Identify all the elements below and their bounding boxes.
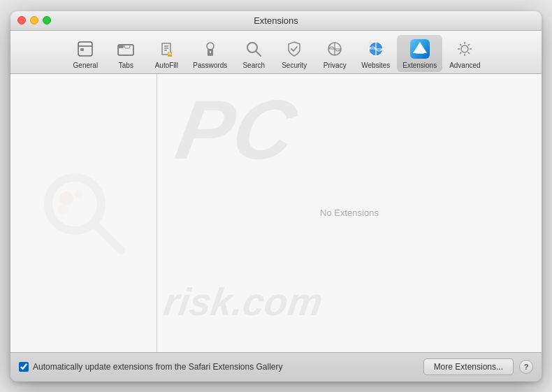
- toolbar-item-passwords[interactable]: Passwords: [187, 35, 233, 72]
- no-extensions-label: No Extensions: [320, 208, 379, 218]
- svg-rect-2: [80, 48, 84, 51]
- auto-update-checkbox[interactable]: [19, 362, 29, 372]
- svg-line-29: [460, 44, 461, 45]
- svg-point-35: [59, 191, 73, 205]
- svg-point-9: [207, 43, 214, 50]
- traffic-lights: [17, 16, 51, 24]
- toolbar-item-advanced[interactable]: Advanced: [444, 35, 486, 72]
- toolbar-item-security[interactable]: Security: [275, 35, 314, 72]
- svg-line-30: [468, 52, 470, 53]
- minimize-button[interactable]: [30, 16, 38, 24]
- svg-point-24: [461, 45, 468, 52]
- passwords-icon: [199, 38, 221, 60]
- toolbar-item-privacy[interactable]: Privacy: [315, 35, 354, 72]
- passwords-label: Passwords: [193, 61, 227, 69]
- toolbar-item-general[interactable]: General: [66, 35, 105, 72]
- extensions-icon: [409, 38, 431, 60]
- toolbar-item-autofill[interactable]: AutoFill: [147, 35, 186, 72]
- privacy-icon: [324, 38, 346, 60]
- toolbar-item-extensions[interactable]: Extensions: [397, 35, 442, 72]
- search-icon: [242, 38, 265, 60]
- extensions-label: Extensions: [402, 61, 437, 69]
- svg-line-13: [256, 51, 261, 56]
- bottom-bar: Automatically update extensions from the…: [10, 352, 542, 382]
- left-panel: [10, 74, 157, 352]
- auto-update-label[interactable]: Automatically update extensions from the…: [19, 362, 418, 372]
- websites-label: Websites: [361, 61, 390, 69]
- svg-rect-23: [416, 52, 424, 54]
- security-label: Security: [282, 61, 307, 69]
- svg-point-37: [58, 205, 68, 215]
- autofill-icon: [155, 38, 177, 60]
- titlebar: Extensions: [10, 11, 542, 31]
- watermark-risk: risk.com: [161, 280, 326, 324]
- svg-rect-4: [118, 45, 124, 48]
- privacy-label: Privacy: [324, 61, 347, 69]
- tabs-label: Tabs: [119, 61, 133, 69]
- auto-update-text: Automatically update extensions from the…: [33, 362, 283, 372]
- toolbar-item-websites[interactable]: Websites: [356, 35, 395, 72]
- toolbar-item-tabs[interactable]: Tabs: [106, 35, 145, 72]
- search-label: Search: [242, 61, 265, 69]
- window: Extensions General Ta: [10, 11, 542, 382]
- svg-line-31: [468, 44, 470, 45]
- autofill-label: AutoFill: [155, 61, 178, 69]
- maximize-button[interactable]: [43, 16, 51, 24]
- advanced-label: Advanced: [449, 61, 480, 69]
- websites-icon: [365, 38, 387, 60]
- watermark-pc: PC: [170, 81, 303, 177]
- toolbar-item-search[interactable]: Search: [234, 35, 273, 72]
- help-button[interactable]: ?: [519, 360, 533, 374]
- content-area: PC risk.com No Extensions: [10, 74, 542, 352]
- left-panel-search-icon: [38, 168, 129, 259]
- security-icon: [283, 38, 305, 60]
- advanced-icon: [453, 38, 476, 60]
- svg-line-32: [460, 52, 461, 53]
- svg-line-34: [94, 224, 121, 250]
- general-icon: [74, 38, 96, 60]
- window-title: Extensions: [254, 15, 298, 26]
- toolbar: General Tabs: [10, 31, 542, 74]
- right-panel: PC risk.com No Extensions: [157, 74, 542, 352]
- more-extensions-button[interactable]: More Extensions...: [423, 358, 514, 375]
- tabs-icon: [115, 38, 137, 60]
- svg-point-36: [75, 190, 83, 198]
- general-label: General: [73, 61, 99, 69]
- close-button[interactable]: [17, 16, 26, 24]
